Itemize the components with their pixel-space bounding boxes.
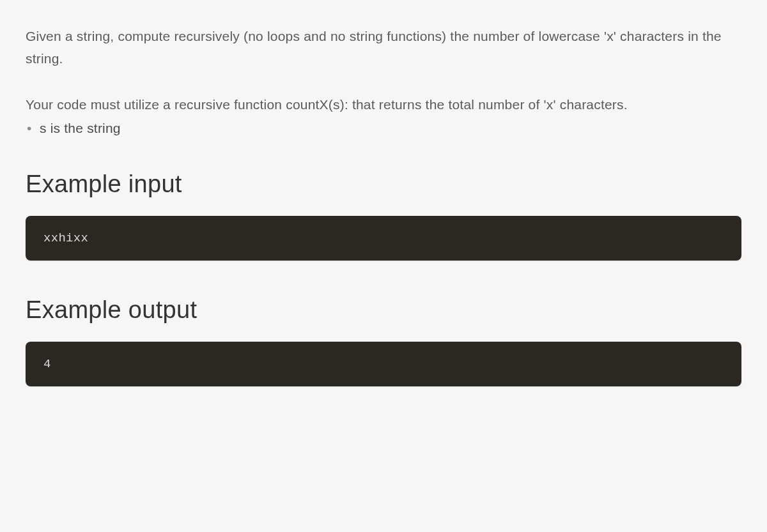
example-output-heading: Example output (26, 296, 741, 324)
example-input-code: xxhixx (26, 216, 741, 261)
problem-description: Given a string, compute recursively (no … (26, 26, 741, 70)
example-input-heading: Example input (26, 171, 741, 198)
problem-bullets: s is the string (26, 118, 741, 140)
example-output-code: 4 (26, 342, 741, 386)
problem-instruction: Your code must utilize a recursive funct… (26, 94, 741, 116)
problem-content: Given a string, compute recursively (no … (26, 26, 741, 386)
bullet-item: s is the string (26, 118, 741, 140)
